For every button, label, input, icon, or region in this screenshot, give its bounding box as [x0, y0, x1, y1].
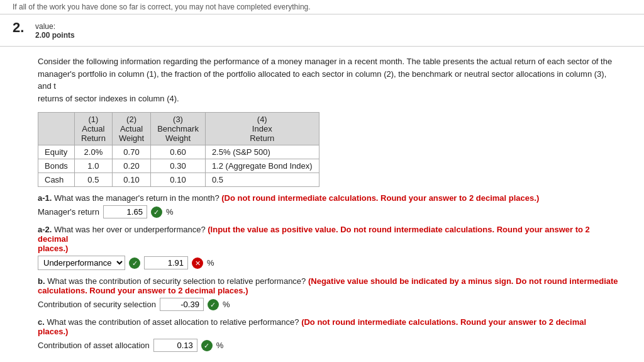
question-header: 2. value: 2.00 points	[0, 14, 644, 42]
part-b-note2: calculations. Round your answer to 2 dec…	[38, 286, 248, 295]
part-b-question: What was the contribution of security se…	[47, 276, 306, 286]
part-a1-note: (Do not round intermediate calculations.…	[221, 193, 539, 203]
th-col3-l2: Benchmark	[157, 124, 199, 133]
th-col3-l1: (3)	[173, 115, 183, 124]
row-col3-0: 0.60	[151, 145, 206, 159]
part-a2-answer-row: Underperformance Overperformance ✓ ✕ %	[38, 256, 619, 270]
th-col2-l3: Weight	[119, 133, 144, 143]
row-col3-1: 0.30	[151, 159, 206, 173]
row-col1-0: 2.0%	[74, 145, 112, 159]
th-index-return: (4) Index Return	[205, 113, 319, 145]
th-col1-l2: Actual	[82, 124, 104, 133]
header-divider	[0, 46, 644, 47]
table-row: Equity 2.0% 0.70 0.60 2.5% (S&P 500)	[38, 145, 319, 159]
th-col2-l1: (2)	[126, 115, 136, 124]
part-c-bold: c.	[38, 317, 45, 327]
asset-allocation-label: Contribution of asset allocation	[38, 341, 150, 350]
security-selection-check-icon: ✓	[208, 299, 219, 310]
underperformance-input[interactable]	[144, 256, 188, 269]
intro-paragraph: Consider the following information regar…	[38, 55, 619, 105]
top-hint-bar: If all of the work you have done so far …	[0, 0, 644, 14]
value-label: value:	[35, 22, 75, 31]
security-selection-percent: %	[223, 300, 230, 309]
th-col1-l1: (1)	[88, 115, 98, 124]
manager-return-label: Manager's return	[38, 207, 99, 217]
row-label-1: Bonds	[38, 159, 75, 173]
asset-allocation-check-icon: ✓	[201, 340, 213, 351]
intro-line2: manager's portfolio in column (1), the f…	[38, 69, 606, 91]
security-selection-input[interactable]	[160, 298, 204, 311]
table-row: Cash 0.5 0.10 0.10 0.5	[38, 173, 319, 187]
intro-line1: Consider the following information regar…	[38, 57, 612, 66]
part-c-label: c. What was the contribution of asset al…	[38, 317, 619, 336]
part-a2-note2: places.)	[38, 244, 68, 253]
row-col2-2: 0.10	[112, 173, 150, 187]
asset-allocation-input[interactable]	[153, 339, 197, 352]
part-b-answer-row: Contribution of security selection ✓ %	[38, 298, 619, 311]
th-col3-l3: Weight	[165, 133, 191, 143]
row-col1-1: 1.0	[74, 159, 112, 173]
manager-return-percent: %	[166, 207, 174, 217]
part-a2-label: a-2. What was her over or underperforman…	[38, 225, 619, 253]
manager-return-check-icon: ✓	[151, 206, 162, 218]
th-benchmark-weight: (3) Benchmark Weight	[151, 113, 206, 145]
points-value: 2.00 points	[35, 31, 75, 40]
hint-text: If all of the work you have done so far …	[13, 3, 311, 11]
th-actual-weight: (2) Actual Weight	[112, 113, 150, 145]
part-c-answer-row: Contribution of asset allocation ✓ %	[38, 339, 619, 352]
part-a2-question: What was her over or underperformance?	[54, 225, 206, 234]
part-a1-bold: a-1.	[38, 193, 52, 203]
content-area: Consider the following information regar…	[0, 50, 644, 362]
part-c-question: What was the contribution of asset alloc…	[47, 317, 299, 327]
row-col4-1: 1.2 (Aggregate Bond Index)	[205, 159, 319, 173]
th-col2-l2: Actual	[120, 124, 143, 133]
row-col1-2: 0.5	[74, 173, 112, 187]
part-a1-label: a-1. What was the manager's return in th…	[38, 193, 619, 203]
underperformance-x-icon: ✕	[192, 257, 203, 269]
asset-allocation-percent: %	[216, 341, 224, 350]
underperformance-percent: %	[207, 258, 214, 268]
row-col4-0: 2.5% (S&P 500)	[205, 145, 319, 159]
th-col4-l2: Index	[252, 124, 272, 133]
question-number: 2.	[13, 20, 28, 36]
part-a1-answer-row: Manager's return ✓ %	[38, 205, 619, 218]
th-sector	[38, 113, 75, 145]
part-a2-bold: a-2.	[38, 225, 52, 234]
th-actual-return: (1) Actual Return	[74, 113, 112, 145]
underperformance-dropdown[interactable]: Underperformance Overperformance	[38, 256, 125, 270]
question-meta: value: 2.00 points	[35, 20, 75, 40]
part-b-note: (Negative value should be indicated by a…	[308, 276, 618, 286]
part-b-bold: b.	[38, 276, 45, 286]
row-label-0: Equity	[38, 145, 75, 159]
th-col4-l1: (4)	[257, 115, 267, 124]
data-table: (1) Actual Return (2) Actual Weight (3) …	[38, 112, 319, 187]
part-a1-question: What was the manager's return in the mon…	[54, 193, 219, 203]
intro-line3: returns of sector indexes in column (4).	[38, 94, 179, 103]
row-label-2: Cash	[38, 173, 75, 187]
part-b-label: b. What was the contribution of security…	[38, 276, 619, 295]
row-col4-2: 0.5	[205, 173, 319, 187]
th-col1-l3: Return	[81, 133, 106, 143]
security-selection-label: Contribution of security selection	[38, 300, 156, 309]
row-col2-1: 0.20	[112, 159, 150, 173]
underperformance-check-icon: ✓	[129, 257, 140, 269]
table-row: Bonds 1.0 0.20 0.30 1.2 (Aggregate Bond …	[38, 159, 319, 173]
row-col2-0: 0.70	[112, 145, 150, 159]
manager-return-input[interactable]	[103, 205, 147, 218]
row-col3-2: 0.10	[151, 173, 206, 187]
th-col4-l3: Return	[250, 133, 274, 143]
